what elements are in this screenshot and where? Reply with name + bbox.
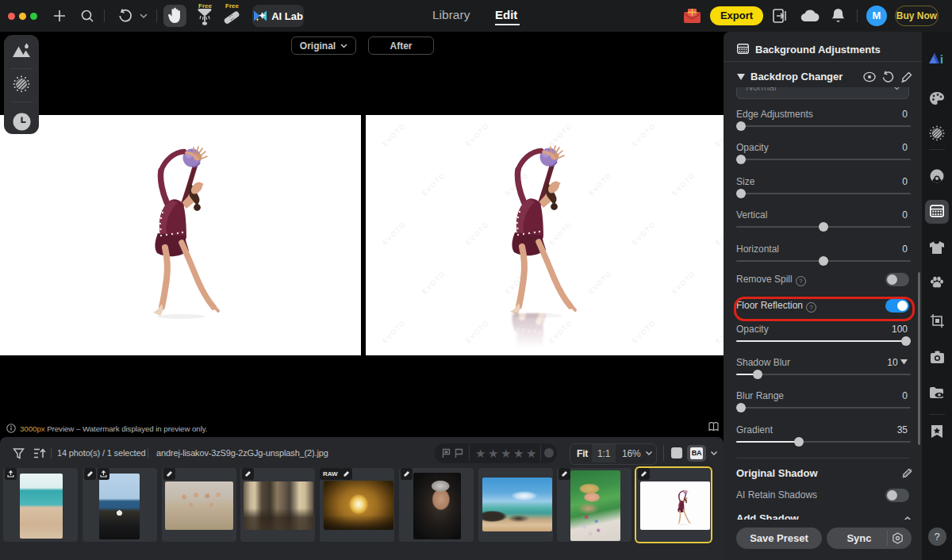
svg-text:i: i <box>940 53 943 66</box>
